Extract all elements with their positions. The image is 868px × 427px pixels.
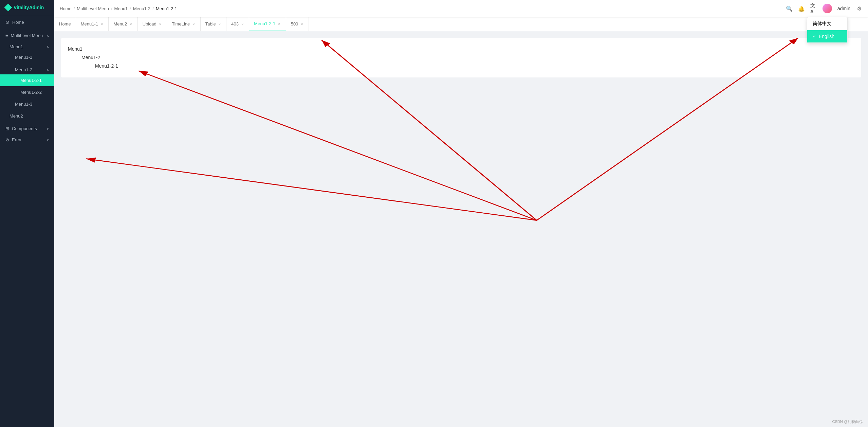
sidebar-menu1-2-label: Menu1-2 xyxy=(15,67,32,72)
sidebar-item-multilevel[interactable]: ≡ MultiLevel Menu ∧ xyxy=(0,29,54,40)
sidebar-components-label: Components xyxy=(12,126,37,131)
tab-home[interactable]: Home xyxy=(54,17,76,31)
breadcrumb-menu1[interactable]: Menu1 xyxy=(114,6,128,11)
error-icon: ⊘ xyxy=(5,137,9,142)
header-left: Home / MultiLevel Menu / Menu1 / Menu1-2… xyxy=(60,6,177,11)
chevron-down-icon-menu1-2: ∧ xyxy=(47,68,49,72)
breadcrumb-sep-1: / xyxy=(74,6,75,11)
tab-upload-close[interactable]: × xyxy=(159,21,162,27)
components-icon: ⊞ xyxy=(5,126,9,131)
tabs-bar: Home Menu1-1 × Menu2 × Upload × TimeLine… xyxy=(54,17,868,31)
tab-timeline-close[interactable]: × xyxy=(192,21,195,27)
lang-zh-label: 简体中文 xyxy=(813,21,832,27)
tab-menu1-2-1-close[interactable]: × xyxy=(277,21,281,26)
sidebar-multilevel-label: MultiLevel Menu xyxy=(11,33,43,38)
tab-403-label: 403 xyxy=(231,21,239,26)
arrows-overlay xyxy=(54,31,868,427)
footer: CSDN @礼貌面包 xyxy=(832,419,863,424)
multilevel-icon: ≡ xyxy=(5,33,8,38)
page-breadcrumb-display: Menu1 Menu1-2 Menu1-2-1 xyxy=(68,45,854,71)
sidebar-home-label: Home xyxy=(12,20,24,25)
sidebar-item-menu1-2-2[interactable]: Menu1-2-2 xyxy=(0,86,54,98)
tab-table[interactable]: Table × xyxy=(201,17,227,31)
sidebar-menu1-label: Menu1 xyxy=(10,44,23,49)
header-right: 🔍 🔔 文A admin ⚙ 简体中文 ✓ English xyxy=(786,4,863,13)
tab-table-close[interactable]: × xyxy=(218,21,221,27)
tab-403[interactable]: 403 × xyxy=(226,17,249,31)
tab-500-close[interactable]: × xyxy=(300,21,303,27)
sidebar-item-menu1-2[interactable]: Menu1-2 ∧ xyxy=(0,63,54,74)
sidebar: VitalityAdmin ⊙ Home ≡ MultiLevel Menu ∧… xyxy=(0,0,54,427)
page-content: Menu1 Menu1-2 Menu1-2-1 xyxy=(54,31,868,427)
sidebar-item-menu2[interactable]: Menu2 xyxy=(0,110,54,122)
bell-icon[interactable]: 🔔 xyxy=(798,5,805,12)
breadcrumb-display-level1: Menu1 xyxy=(68,45,854,53)
logo-diamond-icon xyxy=(4,4,12,12)
tab-menu1-1[interactable]: Menu1-1 × xyxy=(76,17,109,31)
breadcrumb-display-level3: Menu1-2-1 xyxy=(95,62,854,70)
sidebar-item-menu1[interactable]: Menu1 ∧ xyxy=(0,40,54,51)
breadcrumb: Home / MultiLevel Menu / Menu1 / Menu1-2… xyxy=(60,6,177,11)
tab-menu2[interactable]: Menu2 × xyxy=(109,17,137,31)
tab-menu1-1-label: Menu1-1 xyxy=(81,21,98,26)
sidebar-logo: VitalityAdmin xyxy=(0,0,54,15)
translate-icon[interactable]: 文A xyxy=(810,5,817,12)
sidebar-item-menu1-3[interactable]: Menu1-3 xyxy=(0,98,54,110)
tab-500-label: 500 xyxy=(291,21,298,26)
content-card: Menu1 Menu1-2 Menu1-2-1 xyxy=(61,38,861,77)
breadcrumb-sep-3: / xyxy=(130,6,131,11)
avatar xyxy=(823,4,832,13)
breadcrumb-sep-4: / xyxy=(152,6,154,11)
chevron-down-icon-error: ∨ xyxy=(47,138,49,142)
lang-option-en[interactable]: ✓ English xyxy=(807,30,847,42)
svg-line-3 xyxy=(138,71,537,220)
sidebar-menu1-3-label: Menu1-3 xyxy=(15,102,32,107)
sidebar-logo-text: VitalityAdmin xyxy=(14,5,44,10)
sidebar-error-label: Error xyxy=(12,137,22,142)
tab-timeline[interactable]: TimeLine × xyxy=(167,17,200,31)
tab-500[interactable]: 500 × xyxy=(286,17,309,31)
sidebar-menu1-1-label: Menu1-1 xyxy=(15,55,32,60)
tab-menu2-close[interactable]: × xyxy=(129,21,132,27)
tab-home-label: Home xyxy=(59,21,71,26)
admin-name[interactable]: admin xyxy=(837,6,850,11)
top-header: Home / MultiLevel Menu / Menu1 / Menu1-2… xyxy=(54,0,868,17)
sidebar-menu1-2-1-label: Menu1-2-1 xyxy=(20,78,42,83)
tab-menu1-2-1[interactable]: Menu1-2-1 × xyxy=(249,17,286,31)
breadcrumb-display-level2: Menu1-2 xyxy=(81,53,854,62)
sidebar-item-menu1-1[interactable]: Menu1-1 xyxy=(0,51,54,63)
tab-timeline-label: TimeLine xyxy=(172,21,190,26)
svg-line-4 xyxy=(86,159,537,220)
sidebar-menu1-2-2-label: Menu1-2-2 xyxy=(20,90,42,95)
sidebar-item-home[interactable]: ⊙ Home xyxy=(0,15,54,29)
settings-icon[interactable]: ⚙ xyxy=(856,5,863,12)
breadcrumb-home[interactable]: Home xyxy=(60,6,72,11)
tab-menu2-label: Menu2 xyxy=(113,21,127,26)
breadcrumb-menu1-2[interactable]: Menu1-2 xyxy=(133,6,150,11)
checkmark-icon: ✓ xyxy=(813,34,816,39)
lang-option-zh[interactable]: 简体中文 xyxy=(807,17,847,30)
sidebar-item-menu1-2-1[interactable]: Menu1-2-1 xyxy=(0,74,54,86)
breadcrumb-current: Menu1-2-1 xyxy=(156,6,177,11)
main-content: Home / MultiLevel Menu / Menu1 / Menu1-2… xyxy=(54,0,868,427)
breadcrumb-sep-2: / xyxy=(111,6,112,11)
tab-table-label: Table xyxy=(205,21,216,26)
language-dropdown: 简体中文 ✓ English xyxy=(807,17,848,43)
tab-menu1-2-1-label: Menu1-2-1 xyxy=(254,21,275,26)
home-icon: ⊙ xyxy=(5,19,10,25)
chevron-down-icon-menu1: ∧ xyxy=(47,45,49,49)
sidebar-item-error[interactable]: ⊘ Error ∨ xyxy=(0,133,54,144)
footer-text: CSDN @礼貌面包 xyxy=(832,420,863,424)
lang-en-label: English xyxy=(819,34,834,39)
chevron-down-icon-components: ∨ xyxy=(47,127,49,130)
chevron-down-icon: ∧ xyxy=(47,34,49,37)
tab-upload-label: Upload xyxy=(143,21,156,26)
tab-upload[interactable]: Upload × xyxy=(138,17,167,31)
search-icon[interactable]: 🔍 xyxy=(786,5,793,12)
tab-menu1-1-close[interactable]: × xyxy=(100,21,104,27)
sidebar-item-components[interactable]: ⊞ Components ∨ xyxy=(0,122,54,133)
tab-403-close[interactable]: × xyxy=(241,21,244,27)
breadcrumb-multilevel[interactable]: MultiLevel Menu xyxy=(77,6,109,11)
sidebar-menu2-label: Menu2 xyxy=(10,113,23,119)
